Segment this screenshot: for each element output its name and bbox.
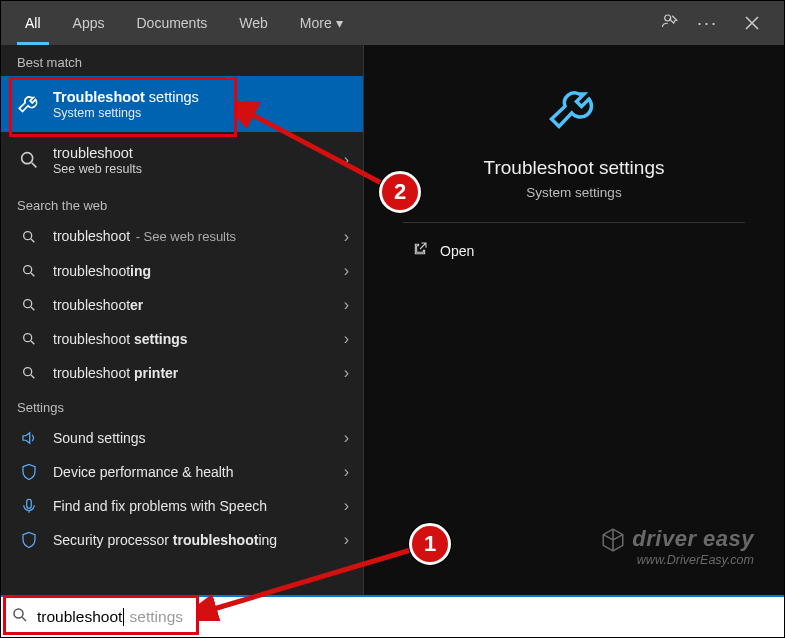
chevron-right-icon: › — [344, 429, 349, 447]
preview-panel: Troubleshoot settings System settings Op… — [363, 45, 784, 595]
sound-icon — [15, 429, 43, 447]
more-options-icon[interactable]: ··· — [697, 13, 718, 34]
search-bar: troubleshoot settings — [1, 595, 784, 637]
search-icon — [15, 263, 43, 279]
tab-web[interactable]: Web — [223, 1, 284, 45]
svg-rect-7 — [27, 499, 32, 508]
chevron-right-icon: › — [344, 296, 349, 314]
search-icon — [15, 229, 43, 245]
tab-more[interactable]: More▾ — [284, 1, 359, 45]
svg-point-8 — [14, 609, 23, 618]
cube-icon — [600, 527, 626, 553]
open-action[interactable]: Open — [412, 241, 474, 260]
chevron-right-icon: › — [344, 330, 349, 348]
wrench-icon — [544, 79, 604, 143]
best-match-header: Best match — [1, 45, 363, 76]
chevron-right-icon: › — [344, 463, 349, 481]
search-icon — [11, 606, 29, 628]
svg-point-4 — [24, 300, 32, 308]
watermark: driver easy www.DriverEasy.com — [600, 526, 754, 567]
tab-documents[interactable]: Documents — [120, 1, 223, 45]
chevron-right-icon: › — [344, 262, 349, 280]
shield-icon — [15, 463, 43, 481]
chevron-right-icon: › — [344, 364, 349, 382]
chevron-right-icon: › — [344, 228, 349, 246]
search-web-header: Search the web — [1, 188, 363, 219]
mic-icon — [15, 497, 43, 515]
web-result-troubleshoot[interactable]: troubleshoot See web results › — [1, 132, 363, 188]
web-item-2[interactable]: troubleshooter › — [1, 288, 363, 322]
svg-point-2 — [24, 231, 32, 239]
web-item-1[interactable]: troubleshooting › — [1, 254, 363, 288]
feedback-icon[interactable] — [661, 12, 679, 34]
chevron-right-icon: › — [344, 531, 349, 549]
preview-subtitle: System settings — [526, 185, 621, 200]
web-item-0[interactable]: troubleshoot - See web results › — [1, 219, 363, 254]
web-item-4[interactable]: troubleshoot printer › — [1, 356, 363, 390]
chevron-right-icon: › — [344, 497, 349, 515]
tab-list: All Apps Documents Web More▾ — [9, 1, 359, 45]
chevron-down-icon: ▾ — [336, 15, 343, 31]
svg-point-1 — [22, 153, 33, 164]
tab-apps[interactable]: Apps — [57, 1, 121, 45]
search-icon — [15, 149, 43, 171]
close-button[interactable] — [736, 7, 768, 39]
web-item-3[interactable]: troubleshoot settings › — [1, 322, 363, 356]
chevron-right-icon: › — [344, 151, 349, 169]
settings-item-sound[interactable]: Sound settings › — [1, 421, 363, 455]
preview-title: Troubleshoot settings — [484, 157, 665, 179]
best-match-result[interactable]: Troubleshoot settings System settings — [1, 76, 363, 132]
wrench-icon — [15, 91, 43, 117]
search-icon — [15, 297, 43, 313]
shield-icon — [15, 531, 43, 549]
open-icon — [412, 241, 428, 260]
svg-point-3 — [24, 266, 32, 274]
settings-item-speech[interactable]: Find and fix problems with Speech › — [1, 489, 363, 523]
results-panel: Best match Troubleshoot settings System … — [1, 45, 363, 595]
top-tabs-bar: All Apps Documents Web More▾ ··· — [1, 1, 784, 45]
svg-point-6 — [24, 368, 32, 376]
settings-header: Settings — [1, 390, 363, 421]
tab-all[interactable]: All — [9, 1, 57, 45]
search-input[interactable] — [37, 608, 774, 626]
divider — [403, 222, 745, 223]
search-icon — [15, 365, 43, 381]
svg-point-5 — [24, 334, 32, 342]
settings-item-health[interactable]: Device performance & health › — [1, 455, 363, 489]
search-icon — [15, 331, 43, 347]
settings-item-security-processor[interactable]: Security processor troubleshooting › — [1, 523, 363, 557]
